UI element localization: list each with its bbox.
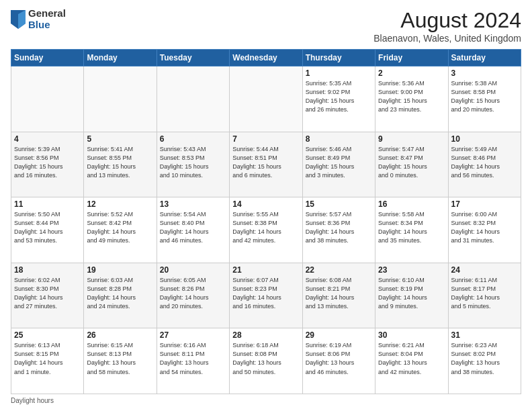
table-row: 16Sunrise: 5:58 AM Sunset: 8:34 PM Dayli…: [375, 197, 448, 263]
day-number: 10: [451, 134, 518, 144]
day-number: 2: [378, 68, 445, 78]
day-number: 4: [14, 134, 81, 144]
table-row: 21Sunrise: 6:07 AM Sunset: 8:23 PM Dayli…: [230, 263, 302, 328]
day-info: Sunrise: 5:39 AM Sunset: 8:56 PM Dayligh…: [14, 145, 81, 180]
day-number: 27: [160, 330, 226, 340]
day-info: Sunrise: 6:02 AM Sunset: 8:30 PM Dayligh…: [14, 276, 81, 311]
day-info: Sunrise: 6:18 AM Sunset: 8:08 PM Dayligh…: [232, 341, 299, 376]
header-row: Sunday Monday Tuesday Wednesday Thursday…: [11, 50, 521, 66]
col-thursday: Thursday: [302, 50, 375, 66]
day-number: 13: [160, 199, 226, 209]
day-number: 20: [160, 265, 226, 275]
day-number: 11: [14, 199, 81, 209]
day-info: Sunrise: 5:47 AM Sunset: 8:47 PM Dayligh…: [378, 145, 445, 180]
day-info: Sunrise: 6:15 AM Sunset: 8:13 PM Dayligh…: [87, 341, 153, 376]
col-sunday: Sunday: [11, 50, 84, 66]
table-row: 25Sunrise: 6:13 AM Sunset: 8:15 PM Dayli…: [11, 328, 84, 394]
table-row: 27Sunrise: 6:16 AM Sunset: 8:11 PM Dayli…: [157, 328, 229, 394]
table-row: 1Sunrise: 5:35 AM Sunset: 9:02 PM Daylig…: [302, 66, 375, 132]
table-row: 8Sunrise: 5:46 AM Sunset: 8:49 PM Daylig…: [302, 132, 375, 197]
table-row: 24Sunrise: 6:11 AM Sunset: 8:17 PM Dayli…: [448, 263, 521, 328]
day-number: 24: [451, 265, 518, 275]
table-row: 17Sunrise: 6:00 AM Sunset: 8:32 PM Dayli…: [448, 197, 521, 263]
day-number: 25: [14, 330, 81, 340]
table-row: 13Sunrise: 5:54 AM Sunset: 8:40 PM Dayli…: [157, 197, 229, 263]
day-info: Sunrise: 5:49 AM Sunset: 8:46 PM Dayligh…: [451, 145, 518, 180]
day-info: Sunrise: 6:21 AM Sunset: 8:04 PM Dayligh…: [378, 341, 445, 376]
day-number: 21: [232, 265, 299, 275]
day-info: Sunrise: 6:11 AM Sunset: 8:17 PM Dayligh…: [451, 276, 518, 311]
table-row: 7Sunrise: 5:44 AM Sunset: 8:51 PM Daylig…: [230, 132, 302, 197]
day-number: 6: [160, 134, 226, 144]
page: General Blue August 2024 Blaenavon, Wale…: [0, 0, 532, 411]
day-number: 31: [451, 330, 518, 340]
day-number: 18: [14, 265, 81, 275]
day-number: 8: [306, 134, 372, 144]
day-info: Sunrise: 6:13 AM Sunset: 8:15 PM Dayligh…: [14, 341, 81, 376]
week-row-3: 18Sunrise: 6:02 AM Sunset: 8:30 PM Dayli…: [11, 263, 521, 328]
day-info: Sunrise: 6:07 AM Sunset: 8:23 PM Dayligh…: [232, 276, 299, 311]
day-info: Sunrise: 5:58 AM Sunset: 8:34 PM Dayligh…: [378, 210, 445, 245]
day-info: Sunrise: 6:23 AM Sunset: 8:02 PM Dayligh…: [451, 341, 518, 376]
table-row: 18Sunrise: 6:02 AM Sunset: 8:30 PM Dayli…: [11, 263, 84, 328]
footer-note: Daylight hours: [11, 397, 521, 404]
day-number: 5: [87, 134, 153, 144]
day-number: 23: [378, 265, 445, 275]
day-info: Sunrise: 5:50 AM Sunset: 8:44 PM Dayligh…: [14, 210, 81, 245]
day-info: Sunrise: 5:46 AM Sunset: 8:49 PM Dayligh…: [306, 145, 372, 180]
table-row: 19Sunrise: 6:03 AM Sunset: 8:28 PM Dayli…: [84, 263, 157, 328]
title-area: August 2024 Blaenavon, Wales, United Kin…: [373, 8, 521, 44]
col-tuesday: Tuesday: [157, 50, 229, 66]
day-number: 28: [232, 330, 299, 340]
col-wednesday: Wednesday: [230, 50, 302, 66]
table-row: 20Sunrise: 6:05 AM Sunset: 8:26 PM Dayli…: [157, 263, 229, 328]
day-number: 3: [451, 68, 518, 78]
table-row: 10Sunrise: 5:49 AM Sunset: 8:46 PM Dayli…: [448, 132, 521, 197]
day-number: 19: [87, 265, 153, 275]
day-info: Sunrise: 5:43 AM Sunset: 8:53 PM Dayligh…: [160, 145, 226, 180]
day-number: 12: [87, 199, 153, 209]
table-row: 30Sunrise: 6:21 AM Sunset: 8:04 PM Dayli…: [375, 328, 448, 394]
day-info: Sunrise: 6:08 AM Sunset: 8:21 PM Dayligh…: [306, 276, 372, 311]
logo: General Blue: [11, 8, 66, 30]
header: General Blue August 2024 Blaenavon, Wale…: [11, 8, 521, 44]
table-row: 28Sunrise: 6:18 AM Sunset: 8:08 PM Dayli…: [230, 328, 302, 394]
day-number: 14: [232, 199, 299, 209]
day-number: 29: [306, 330, 372, 340]
day-info: Sunrise: 6:19 AM Sunset: 8:06 PM Dayligh…: [306, 341, 372, 376]
table-row: 29Sunrise: 6:19 AM Sunset: 8:06 PM Dayli…: [302, 328, 375, 394]
month-title: August 2024: [373, 8, 521, 33]
logo-general: General: [28, 8, 66, 19]
day-number: 9: [378, 134, 445, 144]
day-number: 17: [451, 199, 518, 209]
day-info: Sunrise: 5:57 AM Sunset: 8:36 PM Dayligh…: [306, 210, 372, 245]
day-info: Sunrise: 6:16 AM Sunset: 8:11 PM Dayligh…: [160, 341, 226, 376]
day-info: Sunrise: 6:10 AM Sunset: 8:19 PM Dayligh…: [378, 276, 445, 311]
col-friday: Friday: [375, 50, 448, 66]
logo-blue: Blue: [28, 19, 66, 31]
day-info: Sunrise: 5:41 AM Sunset: 8:55 PM Dayligh…: [87, 145, 153, 180]
day-number: 15: [306, 199, 372, 209]
day-info: Sunrise: 6:00 AM Sunset: 8:32 PM Dayligh…: [451, 210, 518, 245]
week-row-2: 11Sunrise: 5:50 AM Sunset: 8:44 PM Dayli…: [11, 197, 521, 263]
table-row: 6Sunrise: 5:43 AM Sunset: 8:53 PM Daylig…: [157, 132, 229, 197]
table-row: 26Sunrise: 6:15 AM Sunset: 8:13 PM Dayli…: [84, 328, 157, 394]
table-row: [11, 66, 84, 132]
day-info: Sunrise: 5:38 AM Sunset: 8:58 PM Dayligh…: [451, 79, 518, 114]
day-number: 30: [378, 330, 445, 340]
col-monday: Monday: [84, 50, 157, 66]
table-row: 14Sunrise: 5:55 AM Sunset: 8:38 PM Dayli…: [230, 197, 302, 263]
table-row: 15Sunrise: 5:57 AM Sunset: 8:36 PM Dayli…: [302, 197, 375, 263]
day-number: 16: [378, 199, 445, 209]
table-row: 23Sunrise: 6:10 AM Sunset: 8:19 PM Dayli…: [375, 263, 448, 328]
table-row: [230, 66, 302, 132]
day-info: Sunrise: 5:35 AM Sunset: 9:02 PM Dayligh…: [306, 79, 372, 114]
table-row: 2Sunrise: 5:36 AM Sunset: 9:00 PM Daylig…: [375, 66, 448, 132]
day-info: Sunrise: 5:52 AM Sunset: 8:42 PM Dayligh…: [87, 210, 153, 245]
location: Blaenavon, Wales, United Kingdom: [373, 33, 521, 44]
table-row: 22Sunrise: 6:08 AM Sunset: 8:21 PM Dayli…: [302, 263, 375, 328]
table-row: 9Sunrise: 5:47 AM Sunset: 8:47 PM Daylig…: [375, 132, 448, 197]
day-info: Sunrise: 5:54 AM Sunset: 8:40 PM Dayligh…: [160, 210, 226, 245]
table-row: 31Sunrise: 6:23 AM Sunset: 8:02 PM Dayli…: [448, 328, 521, 394]
day-info: Sunrise: 6:03 AM Sunset: 8:28 PM Dayligh…: [87, 276, 153, 311]
